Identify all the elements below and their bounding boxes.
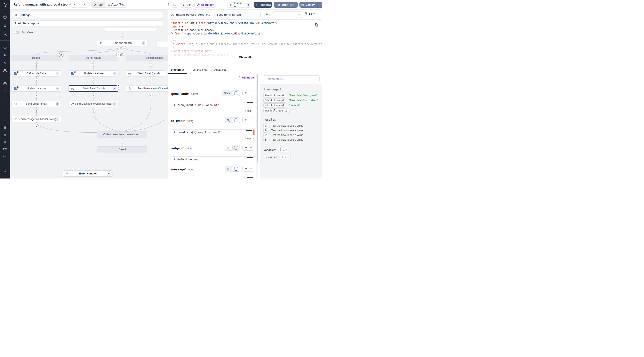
sidebar-item-settings[interactable] xyxy=(0,132,10,138)
more-menu-button[interactable]: ⋮ xyxy=(166,2,170,8)
path-button[interactable]: Path u/alex/flow xyxy=(91,2,127,8)
delete-branch-button[interactable]: ✕ xyxy=(59,52,64,57)
collect-result-node[interactable]: Collect result from chosen branch xyxy=(97,131,147,137)
mode-expression[interactable]: ƒ xyxy=(232,145,240,150)
sidebar-item-users[interactable] xyxy=(0,124,10,131)
sidebar-item-schedules[interactable] xyxy=(0,80,10,87)
prop-row[interactable]: Slack Account:"$res:u/alex/docu_slack" xyxy=(264,98,318,102)
step-code-preview[interactable]: import * as wmill from "https://deno.lan… xyxy=(168,19,322,66)
arrow-right-icon[interactable] xyxy=(249,167,252,170)
arrow-right-icon[interactable] xyxy=(249,146,252,149)
flow-node-update-database[interactable]: TS Update database f xyxy=(12,85,61,91)
search-prop-input[interactable] xyxy=(263,75,320,82)
add-step-button[interactable]: + xyxy=(149,94,152,97)
tab-step-input[interactable]: Step Input xyxy=(170,68,184,71)
sidebar-item-search[interactable] xyxy=(0,31,10,37)
docs-button[interactable] xyxy=(171,2,178,8)
zoom-in-button[interactable]: + xyxy=(156,43,162,46)
flow-node-clipped-top[interactable] xyxy=(104,28,157,31)
add-error-handler-button[interactable]: + xyxy=(107,171,111,176)
add-step-button[interactable]: + xyxy=(149,79,152,82)
resources-row[interactable]: Resources:{...} xyxy=(264,155,291,159)
variables-row[interactable]: Variables:{...} xyxy=(264,148,289,152)
redo-button[interactable]: ↷ xyxy=(80,3,88,6)
fork-button[interactable]: Fork xyxy=(304,12,315,15)
add-step-button[interactable]: + xyxy=(121,33,124,36)
flow-node-send-email-gmail-selected[interactable]: Send Email (gmail) i xyxy=(68,85,118,92)
dataflow-toggle[interactable] xyxy=(14,31,20,34)
zoom-out-button[interactable]: − xyxy=(162,43,167,46)
fit-view-button[interactable] xyxy=(167,43,168,46)
plug-icon[interactable] xyxy=(244,119,248,122)
plug-icon[interactable] xyxy=(244,92,248,95)
deploy-options-chevron[interactable] xyxy=(319,3,322,6)
flow-node-refund-via-stripe[interactable]: TS Refund via Stripe d xyxy=(12,70,61,76)
diff-button[interactable]: Diff xyxy=(180,2,193,8)
deploy-button[interactable]: Deploy xyxy=(300,2,322,8)
sidebar-item-resources[interactable] xyxy=(0,67,10,74)
tab-test-this-step[interactable]: Test this step xyxy=(191,68,208,71)
branch-header-refund[interactable]: Refund xyxy=(12,55,61,61)
flow-canvas[interactable]: Settings $ All Static Inputs Dataflow + … xyxy=(10,9,168,178)
arrow-right-icon[interactable] xyxy=(249,92,252,95)
add-branch-button[interactable] xyxy=(120,52,124,55)
result-row[interactable]: r:Test the flow to see a value xyxy=(264,133,303,137)
mode-template[interactable]: ${} xyxy=(225,166,232,171)
flow-node-send-email-gmail[interactable]: Send Email (gmail) xyxy=(126,70,166,76)
editor-subject[interactable]: 1 Refund request xyxy=(171,156,255,162)
help-toggle[interactable]: Help xyxy=(245,109,254,112)
add-step-button[interactable]: + xyxy=(35,94,38,97)
branch-header-send-message[interactable]: Send message xyxy=(126,55,168,61)
prop-row[interactable]: Slack Channel:"general" xyxy=(264,103,300,108)
error-handler-node[interactable]: Error Handler + xyxy=(63,170,112,177)
mode-static[interactable]: Static xyxy=(222,91,232,96)
sidebar-item-home[interactable] xyxy=(0,44,10,51)
sidebar-item-add[interactable] xyxy=(0,95,10,101)
add-step-button[interactable]: + xyxy=(35,109,38,113)
sidebar-item-workers[interactable] xyxy=(0,139,10,145)
test-up-to-button[interactable]: Test up to i xyxy=(227,2,252,8)
copy-icon[interactable] xyxy=(314,23,318,27)
result-row[interactable]: b:Test the flow to see a value xyxy=(264,128,303,133)
add-step-button[interactable]: + xyxy=(35,63,38,67)
flow-title[interactable]: Refund manager with approval step xyxy=(14,2,72,6)
mode-expression[interactable]: ƒ xyxy=(232,166,240,171)
mode-template[interactable]: ${} xyxy=(225,118,232,123)
help-toggle[interactable]: Help xyxy=(245,137,254,140)
arrow-right-icon[interactable] xyxy=(249,119,252,122)
add-step-button[interactable]: + xyxy=(149,63,152,67)
step-input-scrollbar[interactable] xyxy=(256,74,258,178)
test-flow-button[interactable]: Test flow xyxy=(254,2,272,8)
flow-node-send-message-slack[interactable]: Send Message to Channel (slack) j xyxy=(68,101,118,107)
delete-step-button[interactable]: ✕ xyxy=(116,84,120,87)
mode-expression[interactable]: ƒ xyxy=(232,118,240,123)
sidebar-item-runs[interactable] xyxy=(0,52,10,58)
delete-branch-button[interactable]: ✕ xyxy=(116,52,121,57)
sidebar-item-folders[interactable] xyxy=(0,146,10,152)
flow-node-update-database[interactable]: TS Update database h xyxy=(68,70,118,76)
branch-header-do-not-refund[interactable]: Do not refund xyxy=(68,55,118,61)
flow-node-send-message-slack[interactable]: Send Message to Channel (slack) xyxy=(126,85,168,91)
flow-node-send-message-slack[interactable]: Send Message to Channel (slack) g xyxy=(12,116,61,122)
tag-select[interactable] xyxy=(272,11,302,18)
add-step-button[interactable]: + xyxy=(92,79,96,82)
plug-icon[interactable] xyxy=(244,167,248,170)
editor-to-email[interactable]: 1 results.a[0].msg.from_email xyxy=(171,129,255,135)
plug-icon[interactable] xyxy=(244,146,248,149)
add-step-button[interactable]: + xyxy=(35,125,38,128)
result-node[interactable]: Result xyxy=(97,146,147,152)
hub-script-path[interactable]: hub/868/gmail/_send_e... xyxy=(170,12,210,16)
add-step-button[interactable]: + xyxy=(92,109,96,113)
fill-inputs-button[interactable]: Fill inputs xyxy=(238,76,255,79)
add-step-button[interactable]: + xyxy=(92,63,96,67)
step-summary-input[interactable] xyxy=(214,11,261,18)
flow-node-send-email-gmail[interactable]: Send Email (gmail) m xyxy=(12,101,61,107)
sidebar-item-triggers[interactable] xyxy=(0,88,10,94)
prop-row[interactable]: mandrill_events:"" xyxy=(264,108,294,113)
sidebar-item-workspace[interactable] xyxy=(0,14,10,20)
windmill-logo-icon[interactable] xyxy=(0,1,10,8)
sidebar-item-groups[interactable] xyxy=(0,153,10,159)
flow-node-run-one-branch[interactable]: Run one branch c xyxy=(97,40,147,46)
editor-message[interactable]: 1 `Hello! \nThank you for your message. … xyxy=(171,177,255,178)
add-step-button[interactable]: + xyxy=(35,79,38,82)
